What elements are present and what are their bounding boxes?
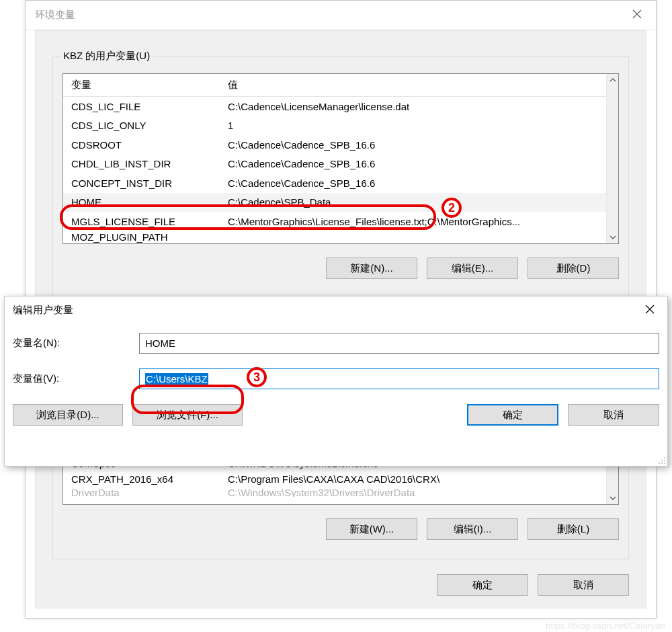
edit-titlebar: 编辑用户变量 [5,297,667,323]
svg-point-5 [664,463,665,464]
watermark-text: https://blog.csdn.net/Coloryan [546,621,665,631]
annotation-badge-2: 2 [442,198,462,218]
edit-title: 编辑用户变量 [13,304,73,317]
user-variables-list[interactable]: 变量 值 CDS_LIC_FILEC:\Cadence\LicenseManag… [62,73,619,244]
sys-new-button[interactable]: 新建(W)... [326,518,417,540]
col-value[interactable]: 值 [228,79,606,91]
col-variable[interactable]: 变量 [63,79,228,91]
user-variables-group-label: KBZ 的用户变量(U) [60,50,153,63]
user-edit-button[interactable]: 编辑(E)... [427,258,518,279]
browse-directory-button[interactable]: 浏览目录(D)... [13,404,123,426]
env-cancel-button[interactable]: 取消 [538,574,629,596]
variable-value-input[interactable]: C:\Users\KBZ [139,368,659,389]
env-close-button[interactable] [618,1,656,30]
svg-point-0 [664,457,665,459]
svg-point-3 [659,463,660,464]
variable-name-input[interactable]: HOME [139,333,659,354]
scroll-down-icon[interactable] [607,231,618,243]
table-row[interactable]: CDS_LIC_ONLY1 [63,116,606,136]
variable-name-value: HOME [145,338,175,349]
scroll-down-icon[interactable] [607,492,618,504]
table-row[interactable]: CHDL_LIB_INST_DIRC:\Cadence\Cadence_SPB_… [63,155,606,174]
env-titlebar: 环境变量 [26,1,656,30]
table-row[interactable]: CONCEPT_INST_DIRC:\Cadence\Cadence_SPB_1… [63,173,606,193]
sys-buttons-row: 新建(W)... 编辑(I)... 删除(L) [326,518,619,540]
svg-point-2 [664,460,665,461]
user-buttons-row: 新建(N)... 编辑(E)... 删除(D) [326,258,619,279]
user-new-button[interactable]: 新建(N)... [326,258,417,279]
user-list-scrollbar[interactable] [606,74,618,243]
user-list-header[interactable]: 变量 值 [63,74,606,97]
variable-value-label: 变量值(V): [13,372,139,385]
edit-close-button[interactable] [632,297,667,323]
table-row[interactable]: DriverDataC:\Windows\System32\Drivers\Dr… [63,489,606,497]
user-list-inner: 变量 值 CDS_LIC_FILEC:\Cadence\LicenseManag… [63,74,606,243]
variable-value-row: 变量值(V): C:\Users\KBZ [13,368,659,389]
table-row[interactable]: MGLS_LICENSE_FILEC:\MentorGraphics\Licen… [63,212,606,231]
user-delete-button[interactable]: 删除(D) [528,258,619,279]
user-variables-group: KBZ 的用户变量(U) 变量 值 CDS_LIC_FILEC:\Cadence… [52,56,629,299]
variable-name-label: 变量名(N): [13,337,139,350]
table-row[interactable]: CDS_LIC_FILEC:\Cadence\LicenseManager\li… [63,97,606,116]
resize-grip-icon[interactable] [657,455,666,465]
env-ok-button[interactable]: 确定 [437,574,528,596]
table-row[interactable]: CRX_PATH_2016_x64C:\Program Files\CAXA\C… [63,469,606,489]
annotation-badge-3: 3 [247,367,267,387]
table-row[interactable]: MOZ_PLUGIN_PATH [63,231,606,243]
close-icon [645,305,655,316]
edit-ok-button[interactable]: 确定 [467,404,558,426]
env-dialog-buttons: 确定 取消 [437,574,629,596]
svg-point-4 [661,463,663,464]
table-row-home[interactable]: HOMEC:\Cadence\SPB_Data [63,193,606,212]
sys-edit-button[interactable]: 编辑(I)... [427,518,518,540]
browse-file-button[interactable]: 浏览文件(F)... [132,404,243,426]
svg-point-1 [661,460,663,461]
edit-buttons-row: 浏览目录(D)... 浏览文件(F)... 确定 取消 [13,404,659,426]
edit-body: 变量名(N): HOME 变量值(V): C:\Users\KBZ 浏览目录(D… [5,323,667,426]
scroll-up-icon[interactable] [607,74,618,86]
sys-delete-button[interactable]: 删除(L) [528,518,619,540]
variable-value-value: C:\Users\KBZ [145,373,208,385]
variable-name-row: 变量名(N): HOME [13,333,659,354]
edit-cancel-button[interactable]: 取消 [568,404,659,426]
edit-user-variable-dialog: 编辑用户变量 变量名(N): HOME 变量值(V): C:\Users\KBZ… [4,296,668,467]
table-row[interactable]: CDSROOTC:\Cadence\Cadence_SPB_16.6 [63,135,606,155]
env-title: 环境变量 [35,9,75,22]
close-icon [632,9,642,21]
